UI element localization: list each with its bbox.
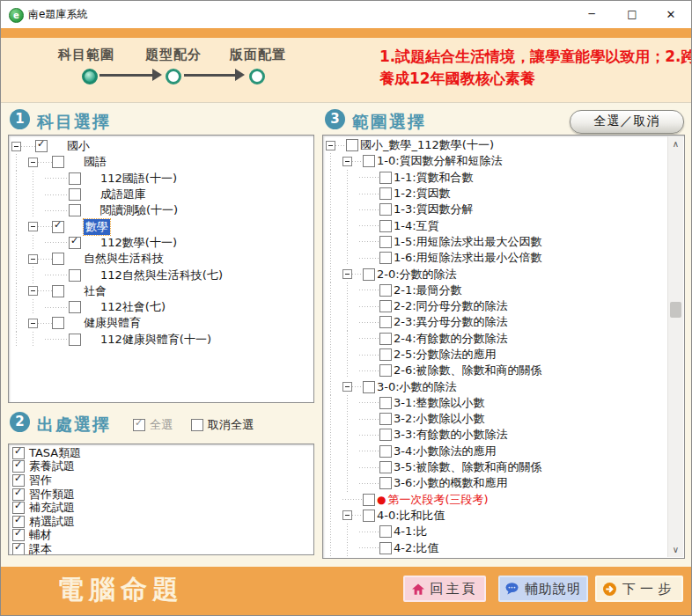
expand-collapse-icon[interactable]: [326, 141, 335, 150]
tree-row[interactable]: 3-6:小數的概數和應用: [323, 475, 667, 491]
tree-row[interactable]: 2-3:異分母分數的除法: [323, 314, 667, 330]
minimize-button[interactable]: ─: [577, 1, 607, 28]
tree-checkbox[interactable]: [379, 252, 392, 264]
tree-row[interactable]: 112數學(十一): [9, 235, 313, 251]
tree-row[interactable]: 2-2:同分母分數的除法: [323, 298, 667, 314]
tree-row[interactable]: 國小: [9, 138, 313, 154]
tree-row[interactable]: 1-3:質因數分解: [323, 202, 667, 217]
source-checkbox[interactable]: [12, 516, 25, 528]
tree-row[interactable]: 4-0:比和比值: [323, 508, 667, 524]
tree-checkbox[interactable]: [69, 269, 81, 282]
tree-checkbox[interactable]: [69, 237, 81, 249]
tree-row[interactable]: 112自然與生活科技(七): [9, 267, 313, 282]
expand-collapse-icon[interactable]: [342, 269, 352, 279]
tree-row[interactable]: 1-5:用短除法求出最大公因數: [323, 234, 667, 250]
tree-label[interactable]: 3-0:小數的除法: [377, 379, 457, 395]
tree-row[interactable]: 數學: [9, 218, 313, 234]
source-list-item[interactable]: 輔材: [9, 529, 313, 543]
home-button[interactable]: 回主頁: [403, 576, 486, 602]
tree-row[interactable]: 3-0:小數的除法: [323, 378, 667, 394]
expand-collapse-icon[interactable]: [28, 286, 38, 296]
tree-row[interactable]: 3-4:小數除法的應用: [323, 444, 667, 459]
tree-label[interactable]: 1-0:質因數分解和短除法: [377, 153, 503, 169]
source-checkbox[interactable]: [12, 460, 25, 473]
tree-checkbox[interactable]: [379, 187, 392, 200]
tree-checkbox[interactable]: [379, 525, 392, 538]
source-checkbox[interactable]: [12, 502, 25, 514]
tree-label[interactable]: 3-6:小數的概數和應用: [394, 475, 508, 491]
tree-checkbox[interactable]: [52, 317, 64, 329]
tree-checkbox[interactable]: [379, 203, 392, 216]
next-step-button[interactable]: 下一步: [595, 576, 683, 602]
tree-row[interactable]: 1-4:互質: [323, 217, 667, 233]
tree-checkbox[interactable]: [52, 156, 64, 168]
tree-label[interactable]: 4-1:比: [394, 524, 428, 539]
tree-row[interactable]: 2-6:被除數、除數和商的關係: [323, 363, 667, 378]
expand-collapse-icon[interactable]: [342, 510, 352, 520]
tree-label[interactable]: 3-5:被除數、除數和商的關係: [394, 459, 542, 475]
source-checkbox[interactable]: [12, 447, 25, 459]
tree-row[interactable]: 國小_數學_112數學(十一): [323, 137, 667, 153]
source-list-item[interactable]: 精選試題: [9, 515, 313, 529]
tree-row[interactable]: 2-0:分數的除法: [323, 266, 667, 282]
close-button[interactable]: ✕: [656, 1, 686, 28]
tree-label[interactable]: 112健康與體育(十一): [100, 332, 211, 348]
source-list-item[interactable]: 素養試題: [9, 460, 313, 474]
tree-row[interactable]: 3-1:整數除以小數: [323, 395, 667, 411]
tree-label[interactable]: 112自然與生活科技(七): [100, 268, 223, 283]
tree-checkbox[interactable]: [379, 429, 392, 441]
tree-checkbox[interactable]: [379, 348, 392, 361]
tree-label[interactable]: 閱讀測驗(十一): [100, 202, 178, 218]
tree-checkbox[interactable]: [69, 188, 81, 201]
tree-checkbox[interactable]: [69, 172, 81, 185]
tree-row[interactable]: 健康與體育: [9, 315, 313, 331]
tree-row[interactable]: 4-2:比值: [323, 539, 667, 555]
tree-label[interactable]: 2-3:異分母分數的除法: [394, 314, 508, 330]
tree-row[interactable]: 2-4:有餘數的分數除法: [323, 331, 667, 347]
tree-checkbox[interactable]: [379, 413, 392, 425]
scrollbar-thumb[interactable]: [670, 302, 681, 318]
tree-row[interactable]: 3-5:被除數、除數和商的關係: [323, 459, 667, 475]
tree-checkbox[interactable]: [379, 333, 392, 345]
tree-row[interactable]: 112社會(七): [9, 299, 313, 315]
tree-checkbox[interactable]: [379, 172, 392, 184]
tree-label[interactable]: 自然與生活科技: [84, 251, 164, 267]
scroll-up-icon[interactable]: ∧: [668, 136, 683, 151]
source-list-item[interactable]: 習作類題: [9, 488, 313, 502]
tree-label[interactable]: 4-0:比和比值: [377, 508, 445, 524]
tree-row[interactable]: 2-1:最簡分數: [323, 282, 667, 298]
tree-checkbox[interactable]: [69, 334, 81, 346]
source-list-item[interactable]: 課本: [9, 542, 313, 555]
tree-checkbox[interactable]: [69, 301, 81, 313]
scrollbar[interactable]: ∧ ∨: [667, 136, 683, 557]
source-list-item[interactable]: 習作: [9, 473, 313, 488]
tree-row[interactable]: 4-1:比: [323, 524, 667, 539]
tree-label[interactable]: 1-4:互質: [394, 218, 439, 234]
tree-label[interactable]: 成語題庫: [100, 187, 146, 202]
tree-checkbox[interactable]: [379, 284, 392, 297]
tree-row[interactable]: 閱讀測驗(十一): [9, 202, 313, 218]
tree-checkbox[interactable]: [379, 542, 392, 554]
tree-label[interactable]: 第一次段考(三段考): [387, 492, 488, 508]
tree-label[interactable]: 國小: [67, 138, 90, 154]
tree-label[interactable]: 社會: [84, 283, 107, 299]
tree-row[interactable]: 自然與生活科技: [9, 251, 313, 267]
tree-checkbox[interactable]: [379, 445, 392, 458]
tree-label[interactable]: 2-1:最簡分數: [394, 282, 462, 298]
source-checkbox[interactable]: [12, 529, 25, 541]
tree-label[interactable]: 112國語(十一): [100, 171, 177, 187]
tree-label[interactable]: 1-6:用短除法求出最小公倍數: [394, 250, 542, 266]
tree-label[interactable]: 1-3:質因數分解: [394, 202, 474, 217]
tree-label[interactable]: 健康與體育: [84, 315, 141, 331]
tree-label[interactable]: 3-1:整數除以小數: [394, 395, 485, 411]
tree-checkbox[interactable]: [35, 140, 48, 152]
tree-label[interactable]: 2-6:被除數、除數和商的關係: [394, 363, 542, 378]
select-all-checkbox[interactable]: 全選: [133, 417, 173, 433]
tree-checkbox[interactable]: [379, 300, 392, 312]
tree-label[interactable]: 2-0:分數的除法: [377, 267, 457, 282]
tree-checkbox[interactable]: [363, 510, 375, 522]
tree-checkbox[interactable]: [363, 494, 375, 506]
deselect-all-checkbox-icon[interactable]: [191, 419, 203, 431]
expand-collapse-icon[interactable]: [28, 319, 38, 328]
tree-row[interactable]: 1-0:質因數分解和短除法: [323, 153, 667, 169]
